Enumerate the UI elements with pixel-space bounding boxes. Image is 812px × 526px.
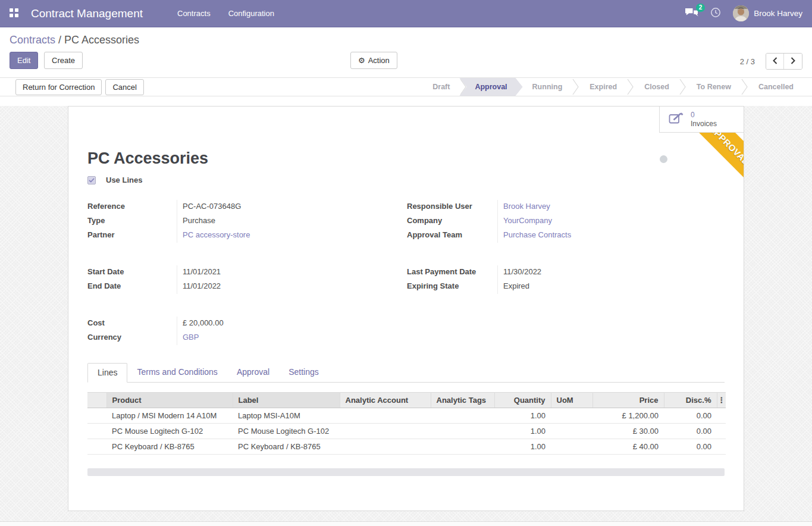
cell-price[interactable]: £ 40.00 — [592, 439, 664, 455]
action-button[interactable]: ⚙Action — [350, 52, 397, 69]
pager-previous-button[interactable] — [766, 54, 784, 69]
column-header-product[interactable]: Product — [106, 393, 233, 408]
column-header-quantity[interactable]: Quantity — [494, 393, 551, 408]
apps-grid-icon — [10, 8, 18, 19]
column-header-analytic-tags[interactable]: Analytic Tags — [431, 393, 494, 408]
edit-button[interactable]: Edit — [10, 52, 38, 69]
column-header-uom[interactable]: UoM — [551, 393, 592, 408]
tab-lines[interactable]: Lines — [87, 363, 127, 383]
breadcrumb-contracts-link[interactable]: Contracts — [10, 34, 55, 46]
return-for-correction-button[interactable]: Return for Correction — [15, 79, 102, 95]
field-value-approval-team-link[interactable]: Purchase Contracts — [497, 228, 725, 243]
cell-analytic-tags[interactable] — [431, 408, 494, 424]
cell-label[interactable]: PC Mouse Logitech G-102 — [233, 424, 340, 439]
pager-next-button[interactable] — [784, 54, 802, 69]
field-label-reference: Reference — [87, 200, 177, 214]
cancel-button[interactable]: Cancel — [105, 79, 143, 95]
messages-count-badge: 2 — [696, 4, 706, 12]
cell-uom[interactable] — [551, 424, 592, 439]
content-area: 0 Invoices UNDER APPROVAL PC Accessories… — [0, 106, 812, 526]
chevron-separator-icon — [741, 78, 748, 96]
status-state-running[interactable]: Running — [522, 78, 573, 96]
check-icon — [89, 176, 95, 184]
status-state-approval[interactable]: Approval — [459, 78, 522, 96]
status-state-to-renew[interactable]: To Renew — [686, 78, 741, 96]
chevron-separator-icon — [572, 78, 579, 96]
menu-item-contracts[interactable]: Contracts — [177, 7, 211, 20]
cell-uom[interactable] — [551, 408, 592, 424]
optional-columns-icon[interactable]: ⋮ — [717, 393, 726, 408]
field-group-cost: Cost£ 20,000.00 CurrencyGBP — [87, 317, 725, 345]
cell-quantity[interactable]: 1.00 — [494, 439, 551, 455]
cell-analytic-account[interactable] — [340, 424, 431, 439]
tab-terms-and-conditions[interactable]: Terms and Conditions — [127, 363, 227, 383]
table-row[interactable]: PC Keyboard / KB-8765 PC Keyboard / KB-8… — [87, 439, 726, 455]
cell-uom[interactable] — [551, 439, 592, 455]
field-label-expiring-state: Expiring State — [407, 280, 497, 294]
cell-label[interactable]: Laptop MSI-A10M — [233, 408, 340, 424]
use-lines-checkbox[interactable] — [87, 176, 96, 184]
kanban-state-indicator[interactable] — [660, 155, 667, 163]
status-state-expired[interactable]: Expired — [579, 78, 627, 96]
field-label-cost: Cost — [87, 317, 177, 331]
table-horizontal-scrollbar[interactable] — [87, 468, 725, 476]
breadcrumb: Contracts / PC Accessories — [10, 34, 802, 46]
cell-price[interactable]: £ 30.00 — [592, 424, 664, 439]
cell-product[interactable]: PC Keyboard / KB-8765 — [106, 439, 233, 455]
status-state-cancelled[interactable]: Cancelled — [748, 78, 804, 96]
field-value-reference: PC-AC-073648G — [177, 200, 407, 214]
field-value-responsible-user-link[interactable]: Brook Harvey — [497, 200, 725, 214]
user-avatar — [733, 5, 749, 21]
field-value-partner-link[interactable]: PC accessory-store — [177, 228, 407, 243]
cell-quantity[interactable]: 1.00 — [494, 408, 551, 424]
chevron-left-icon — [773, 57, 777, 66]
cell-quantity[interactable]: 1.00 — [494, 424, 551, 439]
cell-analytic-tags[interactable] — [431, 439, 494, 455]
statusbar: Return for Correction Cancel Draft Appro… — [0, 77, 812, 96]
field-label-approval-team: Approval Team — [407, 228, 497, 243]
drag-handle-column-header — [87, 393, 106, 408]
cell-price[interactable]: £ 1,200.00 — [592, 408, 664, 424]
create-button[interactable]: Create — [44, 52, 83, 69]
field-value-start-date: 11/01/2021 — [177, 265, 407, 280]
status-state-closed[interactable]: Closed — [634, 78, 679, 96]
cell-analytic-account[interactable] — [340, 439, 431, 455]
field-label-partner: Partner — [87, 228, 177, 243]
status-state-draft[interactable]: Draft — [422, 78, 460, 96]
cell-product[interactable]: Laptop / MSI Modern 14 A10M — [106, 408, 233, 424]
cell-optional — [717, 424, 726, 439]
cell-label[interactable]: PC Keyboard / KB-8765 — [233, 439, 340, 455]
cell-disc[interactable]: 0.00 — [664, 408, 717, 424]
field-label-end-date: End Date — [87, 280, 177, 294]
cell-disc[interactable]: 0.00 — [664, 424, 717, 439]
pager: 2 / 3 — [740, 53, 802, 70]
field-label-company: Company — [407, 214, 497, 228]
messages-menu-button[interactable]: 2 — [685, 8, 698, 20]
chevron-right-icon — [791, 57, 795, 66]
control-panel: Contracts / PC Accessories Edit Create ⚙… — [0, 27, 812, 70]
apps-menu-button[interactable] — [0, 0, 27, 27]
table-row[interactable]: Laptop / MSI Modern 14 A10M Laptop MSI-A… — [87, 408, 726, 424]
field-value-currency-link[interactable]: GBP — [177, 331, 407, 345]
field-group-info: ReferencePC-AC-073648G TypePurchase Part… — [87, 200, 725, 243]
main-menu: Contracts Configuration — [177, 7, 274, 20]
cell-product[interactable]: PC Mouse Logitech G-102 — [106, 424, 233, 439]
tab-settings[interactable]: Settings — [279, 363, 328, 383]
activities-menu-button[interactable] — [710, 7, 721, 20]
field-value-company-link[interactable]: YourCompany — [497, 214, 725, 228]
column-header-analytic-account[interactable]: Analytic Account — [340, 393, 431, 408]
menu-item-configuration[interactable]: Configuration — [228, 7, 274, 20]
column-header-disc[interactable]: Disc.% — [664, 393, 717, 408]
pager-value[interactable]: 2 / 3 — [740, 57, 755, 66]
user-name: Brook Harvey — [754, 9, 802, 18]
cell-analytic-tags[interactable] — [431, 424, 494, 439]
column-header-label[interactable]: Label — [233, 393, 340, 408]
cell-disc[interactable]: 0.00 — [664, 439, 717, 455]
table-row[interactable]: PC Mouse Logitech G-102 PC Mouse Logitec… — [87, 424, 726, 439]
column-header-price[interactable]: Price — [592, 393, 664, 408]
user-menu-button[interactable]: Brook Harvey — [733, 5, 802, 21]
invoices-stat-button[interactable]: 0 Invoices — [659, 107, 744, 133]
notebook-tabs: Lines Terms and Conditions Approval Sett… — [87, 363, 725, 383]
cell-analytic-account[interactable] — [340, 408, 431, 424]
tab-approval[interactable]: Approval — [227, 363, 279, 383]
